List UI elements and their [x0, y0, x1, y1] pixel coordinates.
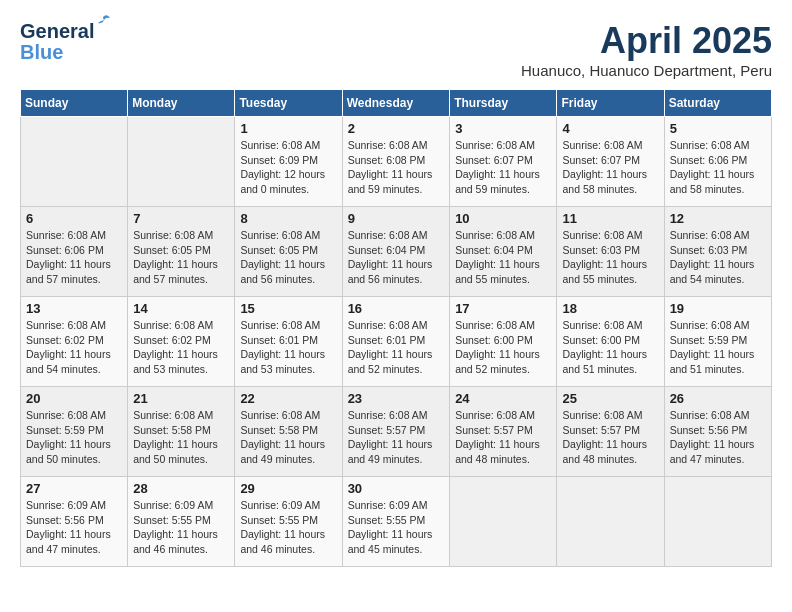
day-number: 4 — [562, 121, 658, 136]
calendar-day-cell: 27Sunrise: 6:09 AM Sunset: 5:56 PM Dayli… — [21, 477, 128, 567]
calendar-table: SundayMondayTuesdayWednesdayThursdayFrid… — [20, 89, 772, 567]
day-of-week-header: Monday — [128, 90, 235, 117]
day-info: Sunrise: 6:08 AM Sunset: 6:07 PM Dayligh… — [455, 138, 551, 197]
calendar-week-row: 1Sunrise: 6:08 AM Sunset: 6:09 PM Daylig… — [21, 117, 772, 207]
logo: General Blue — [20, 20, 94, 64]
day-of-week-header: Thursday — [450, 90, 557, 117]
day-number: 18 — [562, 301, 658, 316]
day-info: Sunrise: 6:08 AM Sunset: 6:08 PM Dayligh… — [348, 138, 445, 197]
day-number: 14 — [133, 301, 229, 316]
day-info: Sunrise: 6:08 AM Sunset: 5:57 PM Dayligh… — [348, 408, 445, 467]
calendar-day-cell: 17Sunrise: 6:08 AM Sunset: 6:00 PM Dayli… — [450, 297, 557, 387]
calendar-day-cell: 2Sunrise: 6:08 AM Sunset: 6:08 PM Daylig… — [342, 117, 450, 207]
day-info: Sunrise: 6:08 AM Sunset: 6:03 PM Dayligh… — [670, 228, 766, 287]
day-number: 6 — [26, 211, 122, 226]
calendar-day-cell — [450, 477, 557, 567]
day-info: Sunrise: 6:08 AM Sunset: 6:04 PM Dayligh… — [455, 228, 551, 287]
calendar-day-cell: 16Sunrise: 6:08 AM Sunset: 6:01 PM Dayli… — [342, 297, 450, 387]
month-title: April 2025 — [521, 20, 772, 62]
day-info: Sunrise: 6:08 AM Sunset: 5:57 PM Dayligh… — [562, 408, 658, 467]
day-info: Sunrise: 6:08 AM Sunset: 6:01 PM Dayligh… — [240, 318, 336, 377]
day-info: Sunrise: 6:08 AM Sunset: 6:00 PM Dayligh… — [455, 318, 551, 377]
day-number: 29 — [240, 481, 336, 496]
location-title: Huanuco, Huanuco Department, Peru — [521, 62, 772, 79]
day-info: Sunrise: 6:08 AM Sunset: 6:01 PM Dayligh… — [348, 318, 445, 377]
day-info: Sunrise: 6:09 AM Sunset: 5:56 PM Dayligh… — [26, 498, 122, 557]
day-number: 11 — [562, 211, 658, 226]
day-number: 8 — [240, 211, 336, 226]
day-info: Sunrise: 6:08 AM Sunset: 6:07 PM Dayligh… — [562, 138, 658, 197]
day-info: Sunrise: 6:08 AM Sunset: 5:56 PM Dayligh… — [670, 408, 766, 467]
day-number: 20 — [26, 391, 122, 406]
calendar-day-cell: 19Sunrise: 6:08 AM Sunset: 5:59 PM Dayli… — [664, 297, 771, 387]
calendar-day-cell: 4Sunrise: 6:08 AM Sunset: 6:07 PM Daylig… — [557, 117, 664, 207]
day-number: 16 — [348, 301, 445, 316]
calendar-day-cell: 23Sunrise: 6:08 AM Sunset: 5:57 PM Dayli… — [342, 387, 450, 477]
calendar-day-cell: 11Sunrise: 6:08 AM Sunset: 6:03 PM Dayli… — [557, 207, 664, 297]
calendar-day-cell — [21, 117, 128, 207]
calendar-day-cell: 9Sunrise: 6:08 AM Sunset: 6:04 PM Daylig… — [342, 207, 450, 297]
calendar-day-cell: 12Sunrise: 6:08 AM Sunset: 6:03 PM Dayli… — [664, 207, 771, 297]
day-number: 26 — [670, 391, 766, 406]
day-number: 21 — [133, 391, 229, 406]
calendar-day-cell: 24Sunrise: 6:08 AM Sunset: 5:57 PM Dayli… — [450, 387, 557, 477]
day-info: Sunrise: 6:08 AM Sunset: 6:06 PM Dayligh… — [26, 228, 122, 287]
day-number: 23 — [348, 391, 445, 406]
day-number: 13 — [26, 301, 122, 316]
day-number: 2 — [348, 121, 445, 136]
day-number: 5 — [670, 121, 766, 136]
calendar-week-row: 27Sunrise: 6:09 AM Sunset: 5:56 PM Dayli… — [21, 477, 772, 567]
day-number: 19 — [670, 301, 766, 316]
day-info: Sunrise: 6:08 AM Sunset: 5:57 PM Dayligh… — [455, 408, 551, 467]
day-of-week-header: Tuesday — [235, 90, 342, 117]
day-number: 17 — [455, 301, 551, 316]
calendar-week-row: 20Sunrise: 6:08 AM Sunset: 5:59 PM Dayli… — [21, 387, 772, 477]
day-number: 12 — [670, 211, 766, 226]
calendar-day-cell: 7Sunrise: 6:08 AM Sunset: 6:05 PM Daylig… — [128, 207, 235, 297]
day-of-week-header: Sunday — [21, 90, 128, 117]
day-number: 28 — [133, 481, 229, 496]
day-of-week-header: Wednesday — [342, 90, 450, 117]
calendar-day-cell: 14Sunrise: 6:08 AM Sunset: 6:02 PM Dayli… — [128, 297, 235, 387]
day-number: 22 — [240, 391, 336, 406]
calendar-day-cell — [557, 477, 664, 567]
calendar-day-cell: 10Sunrise: 6:08 AM Sunset: 6:04 PM Dayli… — [450, 207, 557, 297]
day-number: 3 — [455, 121, 551, 136]
calendar-day-cell: 8Sunrise: 6:08 AM Sunset: 6:05 PM Daylig… — [235, 207, 342, 297]
calendar-day-cell — [128, 117, 235, 207]
calendar-day-cell: 18Sunrise: 6:08 AM Sunset: 6:00 PM Dayli… — [557, 297, 664, 387]
day-info: Sunrise: 6:08 AM Sunset: 6:09 PM Dayligh… — [240, 138, 336, 197]
day-number: 1 — [240, 121, 336, 136]
day-number: 7 — [133, 211, 229, 226]
day-info: Sunrise: 6:08 AM Sunset: 6:05 PM Dayligh… — [133, 228, 229, 287]
calendar-day-cell: 15Sunrise: 6:08 AM Sunset: 6:01 PM Dayli… — [235, 297, 342, 387]
day-info: Sunrise: 6:08 AM Sunset: 6:04 PM Dayligh… — [348, 228, 445, 287]
calendar-day-cell: 25Sunrise: 6:08 AM Sunset: 5:57 PM Dayli… — [557, 387, 664, 477]
calendar-day-cell — [664, 477, 771, 567]
calendar-week-row: 13Sunrise: 6:08 AM Sunset: 6:02 PM Dayli… — [21, 297, 772, 387]
day-info: Sunrise: 6:08 AM Sunset: 5:59 PM Dayligh… — [670, 318, 766, 377]
calendar-day-cell: 26Sunrise: 6:08 AM Sunset: 5:56 PM Dayli… — [664, 387, 771, 477]
page-header: General Blue April 2025 Huanuco, Huanuco… — [20, 20, 772, 79]
day-number: 15 — [240, 301, 336, 316]
day-info: Sunrise: 6:09 AM Sunset: 5:55 PM Dayligh… — [133, 498, 229, 557]
logo-blue: Blue — [20, 41, 63, 64]
calendar-day-cell: 3Sunrise: 6:08 AM Sunset: 6:07 PM Daylig… — [450, 117, 557, 207]
day-info: Sunrise: 6:08 AM Sunset: 6:02 PM Dayligh… — [133, 318, 229, 377]
day-info: Sunrise: 6:09 AM Sunset: 5:55 PM Dayligh… — [348, 498, 445, 557]
day-info: Sunrise: 6:08 AM Sunset: 6:05 PM Dayligh… — [240, 228, 336, 287]
day-of-week-header: Saturday — [664, 90, 771, 117]
calendar-day-cell: 5Sunrise: 6:08 AM Sunset: 6:06 PM Daylig… — [664, 117, 771, 207]
title-area: April 2025 Huanuco, Huanuco Department, … — [521, 20, 772, 79]
day-info: Sunrise: 6:08 AM Sunset: 6:06 PM Dayligh… — [670, 138, 766, 197]
day-number: 10 — [455, 211, 551, 226]
calendar-day-cell: 22Sunrise: 6:08 AM Sunset: 5:58 PM Dayli… — [235, 387, 342, 477]
day-info: Sunrise: 6:08 AM Sunset: 5:58 PM Dayligh… — [133, 408, 229, 467]
day-info: Sunrise: 6:08 AM Sunset: 6:02 PM Dayligh… — [26, 318, 122, 377]
day-info: Sunrise: 6:09 AM Sunset: 5:55 PM Dayligh… — [240, 498, 336, 557]
day-number: 24 — [455, 391, 551, 406]
calendar-day-cell: 29Sunrise: 6:09 AM Sunset: 5:55 PM Dayli… — [235, 477, 342, 567]
calendar-day-cell: 30Sunrise: 6:09 AM Sunset: 5:55 PM Dayli… — [342, 477, 450, 567]
calendar-day-cell: 28Sunrise: 6:09 AM Sunset: 5:55 PM Dayli… — [128, 477, 235, 567]
calendar-day-cell: 20Sunrise: 6:08 AM Sunset: 5:59 PM Dayli… — [21, 387, 128, 477]
